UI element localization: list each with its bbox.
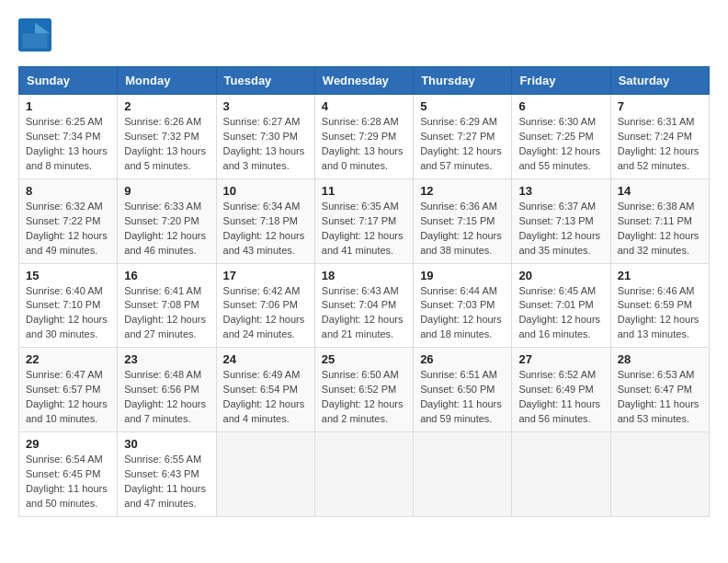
day-info: Sunrise: 6:51 AM Sunset: 6:50 PM Dayligh… — [420, 368, 505, 427]
day-number: 25 — [322, 352, 406, 366]
day-info: Sunrise: 6:28 AM Sunset: 7:29 PM Dayligh… — [322, 115, 406, 174]
day-info: Sunrise: 6:44 AM Sunset: 7:03 PM Dayligh… — [420, 284, 505, 343]
week-row-5: 29Sunrise: 6:54 AM Sunset: 6:45 PM Dayli… — [19, 432, 710, 517]
day-cell: 27Sunrise: 6:52 AM Sunset: 6:49 PM Dayli… — [512, 348, 610, 432]
day-info: Sunrise: 6:26 AM Sunset: 7:32 PM Dayligh… — [124, 115, 209, 174]
day-cell: 2Sunrise: 6:26 AM Sunset: 7:32 PM Daylig… — [118, 95, 216, 179]
day-cell: 30Sunrise: 6:55 AM Sunset: 6:43 PM Dayli… — [118, 432, 216, 517]
day-info: Sunrise: 6:29 AM Sunset: 7:27 PM Dayligh… — [420, 115, 505, 174]
day-number: 14 — [618, 184, 702, 198]
day-cell: 5Sunrise: 6:29 AM Sunset: 7:27 PM Daylig… — [414, 95, 512, 179]
week-row-1: 1Sunrise: 6:25 AM Sunset: 7:34 PM Daylig… — [19, 95, 710, 179]
day-number: 3 — [223, 99, 308, 113]
day-cell: 21Sunrise: 6:46 AM Sunset: 6:59 PM Dayli… — [610, 263, 709, 348]
day-number: 18 — [322, 269, 406, 282]
day-number: 8 — [26, 184, 110, 198]
day-number: 2 — [124, 99, 209, 113]
day-cell: 1Sunrise: 6:25 AM Sunset: 7:34 PM Daylig… — [19, 95, 118, 179]
day-number: 4 — [322, 99, 406, 113]
day-cell: 14Sunrise: 6:38 AM Sunset: 7:11 PM Dayli… — [610, 178, 709, 263]
day-number: 11 — [322, 184, 406, 198]
day-cell — [610, 432, 709, 517]
day-number: 29 — [26, 437, 110, 451]
column-header-wednesday: Wednesday — [314, 67, 413, 95]
day-cell: 23Sunrise: 6:48 AM Sunset: 6:56 PM Dayli… — [118, 348, 216, 432]
logo — [18, 18, 55, 52]
day-number: 27 — [518, 352, 603, 366]
svg-rect-4 — [23, 33, 48, 48]
day-cell: 25Sunrise: 6:50 AM Sunset: 6:52 PM Dayli… — [314, 348, 413, 432]
day-cell: 16Sunrise: 6:41 AM Sunset: 7:08 PM Dayli… — [118, 263, 216, 348]
day-info: Sunrise: 6:32 AM Sunset: 7:22 PM Dayligh… — [26, 200, 110, 259]
day-cell: 3Sunrise: 6:27 AM Sunset: 7:30 PM Daylig… — [216, 95, 314, 179]
day-info: Sunrise: 6:27 AM Sunset: 7:30 PM Dayligh… — [223, 115, 308, 174]
day-cell: 11Sunrise: 6:35 AM Sunset: 7:17 PM Dayli… — [314, 178, 413, 263]
day-number: 21 — [618, 269, 702, 282]
day-info: Sunrise: 6:30 AM Sunset: 7:25 PM Dayligh… — [518, 115, 603, 174]
day-number: 26 — [420, 352, 505, 366]
day-number: 19 — [420, 269, 505, 282]
day-info: Sunrise: 6:54 AM Sunset: 6:45 PM Dayligh… — [26, 453, 110, 511]
day-number: 7 — [618, 99, 702, 113]
column-header-tuesday: Tuesday — [216, 67, 314, 95]
page-header — [18, 18, 710, 52]
day-info: Sunrise: 6:47 AM Sunset: 6:57 PM Dayligh… — [26, 368, 110, 427]
day-info: Sunrise: 6:40 AM Sunset: 7:10 PM Dayligh… — [26, 284, 110, 343]
day-number: 23 — [124, 352, 209, 366]
day-number: 13 — [518, 184, 603, 198]
day-info: Sunrise: 6:25 AM Sunset: 7:34 PM Dayligh… — [26, 115, 110, 174]
day-cell — [414, 432, 512, 517]
day-number: 5 — [420, 99, 505, 113]
day-info: Sunrise: 6:48 AM Sunset: 6:56 PM Dayligh… — [124, 368, 209, 427]
day-cell: 13Sunrise: 6:37 AM Sunset: 7:13 PM Dayli… — [512, 178, 610, 263]
column-header-thursday: Thursday — [414, 67, 512, 95]
day-cell: 8Sunrise: 6:32 AM Sunset: 7:22 PM Daylig… — [19, 178, 118, 263]
day-info: Sunrise: 6:35 AM Sunset: 7:17 PM Dayligh… — [322, 200, 406, 259]
day-info: Sunrise: 6:31 AM Sunset: 7:24 PM Dayligh… — [618, 115, 702, 174]
day-info: Sunrise: 6:53 AM Sunset: 6:47 PM Dayligh… — [618, 368, 702, 427]
day-number: 28 — [618, 352, 702, 366]
logo-icon — [18, 18, 51, 52]
column-header-monday: Monday — [118, 67, 216, 95]
day-number: 1 — [26, 99, 110, 113]
day-cell: 4Sunrise: 6:28 AM Sunset: 7:29 PM Daylig… — [314, 95, 413, 179]
day-number: 20 — [518, 269, 603, 282]
day-cell: 6Sunrise: 6:30 AM Sunset: 7:25 PM Daylig… — [512, 95, 610, 179]
column-header-saturday: Saturday — [610, 67, 709, 95]
day-cell — [512, 432, 610, 517]
day-cell: 26Sunrise: 6:51 AM Sunset: 6:50 PM Dayli… — [414, 348, 512, 432]
day-info: Sunrise: 6:43 AM Sunset: 7:04 PM Dayligh… — [322, 284, 406, 343]
day-info: Sunrise: 6:52 AM Sunset: 6:49 PM Dayligh… — [518, 368, 603, 427]
day-cell: 20Sunrise: 6:45 AM Sunset: 7:01 PM Dayli… — [512, 263, 610, 348]
day-number: 9 — [124, 184, 209, 198]
day-cell: 9Sunrise: 6:33 AM Sunset: 7:20 PM Daylig… — [118, 178, 216, 263]
day-info: Sunrise: 6:34 AM Sunset: 7:18 PM Dayligh… — [223, 200, 308, 259]
day-info: Sunrise: 6:50 AM Sunset: 6:52 PM Dayligh… — [322, 368, 406, 427]
day-info: Sunrise: 6:55 AM Sunset: 6:43 PM Dayligh… — [124, 453, 209, 511]
week-row-4: 22Sunrise: 6:47 AM Sunset: 6:57 PM Dayli… — [19, 348, 710, 432]
day-cell: 7Sunrise: 6:31 AM Sunset: 7:24 PM Daylig… — [610, 95, 709, 179]
day-cell: 17Sunrise: 6:42 AM Sunset: 7:06 PM Dayli… — [216, 263, 314, 348]
day-info: Sunrise: 6:46 AM Sunset: 6:59 PM Dayligh… — [618, 284, 702, 343]
day-cell — [314, 432, 413, 517]
day-cell — [216, 432, 314, 517]
day-info: Sunrise: 6:45 AM Sunset: 7:01 PM Dayligh… — [518, 284, 603, 343]
week-row-3: 15Sunrise: 6:40 AM Sunset: 7:10 PM Dayli… — [19, 263, 710, 348]
day-cell: 12Sunrise: 6:36 AM Sunset: 7:15 PM Dayli… — [414, 178, 512, 263]
day-info: Sunrise: 6:38 AM Sunset: 7:11 PM Dayligh… — [618, 200, 702, 259]
day-cell: 22Sunrise: 6:47 AM Sunset: 6:57 PM Dayli… — [19, 348, 118, 432]
day-number: 6 — [518, 99, 603, 113]
day-cell: 18Sunrise: 6:43 AM Sunset: 7:04 PM Dayli… — [314, 263, 413, 348]
day-number: 10 — [223, 184, 308, 198]
day-cell: 29Sunrise: 6:54 AM Sunset: 6:45 PM Dayli… — [19, 432, 118, 517]
day-number: 24 — [223, 352, 308, 366]
day-number: 17 — [223, 269, 308, 282]
day-cell: 19Sunrise: 6:44 AM Sunset: 7:03 PM Dayli… — [414, 263, 512, 348]
day-cell: 10Sunrise: 6:34 AM Sunset: 7:18 PM Dayli… — [216, 178, 314, 263]
day-number: 15 — [26, 269, 110, 282]
day-cell: 15Sunrise: 6:40 AM Sunset: 7:10 PM Dayli… — [19, 263, 118, 348]
day-info: Sunrise: 6:42 AM Sunset: 7:06 PM Dayligh… — [223, 284, 308, 343]
day-info: Sunrise: 6:36 AM Sunset: 7:15 PM Dayligh… — [420, 200, 505, 259]
week-row-2: 8Sunrise: 6:32 AM Sunset: 7:22 PM Daylig… — [19, 178, 710, 263]
day-info: Sunrise: 6:41 AM Sunset: 7:08 PM Dayligh… — [124, 284, 209, 343]
